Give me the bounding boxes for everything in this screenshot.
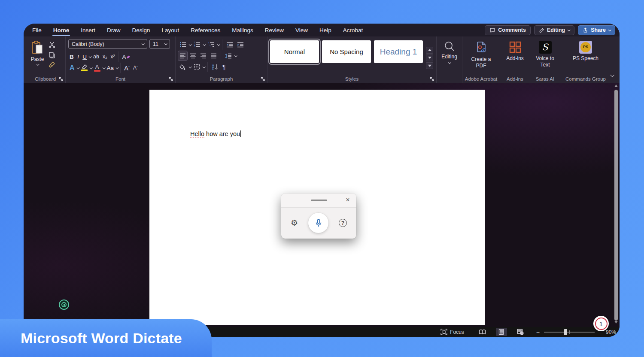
eraser-icon [126, 55, 130, 59]
styles-scroll-up-button[interactable] [426, 47, 433, 54]
justify-button[interactable] [209, 51, 218, 61]
superscript-button[interactable]: x² [109, 52, 116, 61]
settings-gear-icon[interactable]: ⚙ [291, 219, 298, 227]
focus-icon [440, 329, 447, 335]
read-mode-button[interactable] [477, 328, 488, 336]
cut-icon[interactable] [49, 42, 55, 48]
menu-mailings[interactable]: Mailings [232, 27, 253, 33]
shading-button[interactable] [178, 62, 188, 72]
styles-group-label: Styles [267, 76, 436, 82]
sort-button[interactable]: AZ [210, 62, 220, 72]
voice-to-text-button[interactable]: S Voice to Text [533, 39, 557, 68]
grow-font-button[interactable]: Aˆ [123, 63, 131, 73]
menu-view[interactable]: View [295, 27, 308, 33]
chevron-down-icon[interactable] [189, 65, 192, 68]
editing-mode-button[interactable]: Editing [534, 25, 574, 35]
font-group: Calibri (Body) 11 B I U ab x₂ x² A A [66, 36, 176, 83]
underline-button[interactable]: U [81, 52, 88, 61]
chevron-down-icon[interactable] [89, 66, 92, 69]
font-size-select[interactable]: 11 [149, 39, 170, 49]
chevron-down-icon[interactable] [217, 43, 220, 46]
chevron-down-icon[interactable] [234, 54, 237, 57]
menu-insert[interactable]: Insert [81, 27, 95, 33]
fingerprint-indicator-icon [59, 300, 69, 310]
help-button[interactable]: ? [339, 219, 347, 227]
scroll-down-arrow-icon[interactable] [614, 321, 618, 324]
clipboard-dialog-launcher-icon[interactable] [59, 77, 64, 82]
font-name-select[interactable]: Calibri (Body) [68, 39, 147, 49]
close-button[interactable]: × [343, 196, 352, 204]
print-layout-button[interactable] [496, 328, 507, 336]
paragraph-dialog-launcher-icon[interactable] [261, 77, 265, 82]
style-no-spacing[interactable]: No Spacing [322, 40, 371, 63]
pencil-icon [539, 27, 544, 33]
numbering-button[interactable]: 123 [192, 40, 202, 49]
change-case-button[interactable]: Aa [106, 63, 115, 73]
line-spacing-icon [225, 53, 232, 59]
align-right-button[interactable] [199, 51, 208, 61]
bold-button[interactable]: B [68, 52, 75, 61]
scroll-up-arrow-icon[interactable] [614, 85, 618, 87]
numbered-list-icon: 123 [194, 42, 200, 48]
align-center-button[interactable] [188, 51, 197, 61]
styles-dialog-launcher-icon[interactable] [430, 77, 434, 82]
copy-icon[interactable] [49, 51, 55, 58]
text-effects-button[interactable]: A [68, 63, 76, 73]
show-formatting-button[interactable]: ¶ [221, 62, 227, 72]
addins-button[interactable]: Add-ins [503, 39, 527, 62]
styles-scroll-down-button[interactable] [426, 54, 433, 61]
web-layout-button[interactable] [515, 328, 526, 336]
chevron-down-icon[interactable] [76, 66, 79, 69]
increase-indent-button[interactable] [236, 40, 245, 49]
chevron-down-icon[interactable] [203, 65, 206, 68]
scrollbar-thumb[interactable] [614, 90, 618, 321]
line-spacing-button[interactable] [224, 51, 233, 61]
focus-button[interactable]: Focus [440, 329, 464, 335]
menu-file[interactable]: File [32, 27, 42, 33]
create-pdf-button[interactable]: Create a PDF [465, 39, 497, 69]
zoom-slider[interactable] [544, 332, 595, 333]
menu-layout[interactable]: Layout [162, 27, 179, 33]
font-dialog-launcher-icon[interactable] [169, 77, 173, 82]
zoom-slider-handle[interactable] [564, 329, 567, 335]
align-left-button[interactable] [178, 51, 187, 61]
font-color-button[interactable]: A [93, 63, 102, 73]
dictate-titlebar[interactable]: × [281, 194, 356, 208]
chevron-down-icon[interactable] [203, 43, 206, 46]
collapse-ribbon-button[interactable] [611, 71, 614, 79]
strikethrough-button[interactable]: ab [92, 52, 100, 61]
chevron-down-icon[interactable] [89, 55, 92, 58]
paste-button[interactable]: Paste [28, 39, 47, 75]
zoom-out-button[interactable]: − [536, 329, 540, 336]
ps-speech-button[interactable]: PS PS Speech [563, 39, 608, 62]
chevron-down-icon[interactable] [189, 43, 192, 46]
share-button[interactable]: Share [578, 25, 615, 35]
style-normal[interactable]: Normal [270, 40, 319, 63]
menu-acrobat[interactable]: Acrobat [343, 27, 363, 33]
clear-formatting-button[interactable]: A [121, 52, 131, 61]
vertical-scrollbar[interactable] [614, 84, 618, 325]
multilevel-list-button[interactable]: 1ai [207, 40, 216, 49]
styles-more-button[interactable] [426, 62, 433, 69]
microphone-button[interactable] [308, 213, 328, 233]
style-heading1[interactable]: Heading 1 [374, 40, 423, 63]
chevron-down-icon[interactable] [116, 66, 119, 69]
format-painter-icon[interactable] [49, 61, 55, 68]
drag-handle[interactable] [311, 200, 327, 201]
editing-button[interactable]: Editing [439, 39, 459, 64]
borders-button[interactable] [192, 62, 201, 72]
italic-button[interactable]: I [76, 52, 81, 61]
highlight-color-button[interactable] [80, 63, 89, 73]
comments-button[interactable]: Comments [485, 25, 531, 35]
menu-design[interactable]: Design [132, 27, 150, 33]
menu-home[interactable]: Home [53, 27, 70, 33]
menu-help[interactable]: Help [319, 27, 331, 33]
chevron-down-icon[interactable] [102, 66, 105, 69]
menu-draw[interactable]: Draw [107, 27, 121, 33]
menu-review[interactable]: Review [265, 27, 284, 33]
menu-references[interactable]: References [191, 27, 220, 33]
bullets-button[interactable] [178, 40, 188, 49]
decrease-indent-button[interactable] [225, 40, 234, 49]
shrink-font-button[interactable]: Aˇ [132, 63, 139, 73]
subscript-button[interactable]: x₂ [101, 52, 109, 61]
